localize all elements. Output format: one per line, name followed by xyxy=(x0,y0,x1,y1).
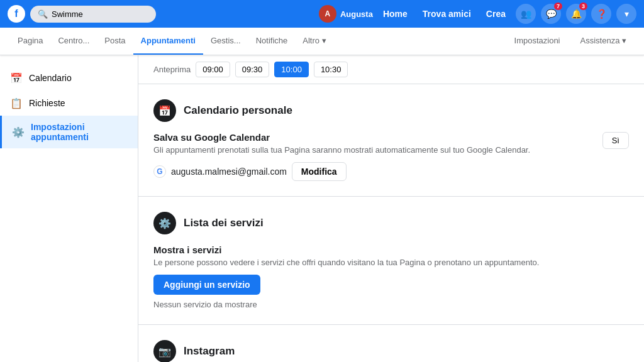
subnav-altro[interactable]: Altro ▾ xyxy=(295,28,333,55)
calendario-title: Calendario personale xyxy=(184,104,292,117)
settings-icon: ⚙️ xyxy=(12,126,25,138)
section-header-calendario: 📅 Calendario personale xyxy=(153,99,629,122)
home-link[interactable]: Home xyxy=(378,6,413,21)
subnav-right: Impostazioni Assistenza ▾ xyxy=(507,36,634,47)
friends-icon: 👥 xyxy=(521,9,531,19)
google-calendar-left: Salva su Google Calendar Gli appuntament… xyxy=(153,132,602,181)
section-header-servizi: ⚙️ Lista dei servizi xyxy=(153,212,629,234)
google-account-email: augusta.malmesi@gmail.com xyxy=(171,167,287,177)
save-google-si-btn[interactable]: Sì xyxy=(602,132,629,149)
top-navigation: f 🔍 A Augusta Home Trova amici Crea 👥 💬 … xyxy=(0,0,644,28)
sidebar-label-calendario: Calendario xyxy=(29,73,72,83)
crea-link[interactable]: Crea xyxy=(481,6,511,21)
sidebar-item-impostazioni[interactable]: ⚙️ Impostazioni appuntamenti xyxy=(0,116,138,148)
avatar: A xyxy=(319,5,336,23)
sub-navigation: Pagina Centro... Posta Appuntamenti Gest… xyxy=(0,28,644,55)
no-service-text: Nessun servizio da mostrare xyxy=(153,300,629,309)
time-btn-1000[interactable]: 10:00 xyxy=(274,62,309,77)
time-btn-1030[interactable]: 10:30 xyxy=(314,62,348,77)
mostra-servizi-desc: Le persone possono vedere i servizi che … xyxy=(153,258,629,267)
chevron-down-icon: ▾ xyxy=(625,9,629,19)
nav-left: f 🔍 xyxy=(8,5,156,23)
subnav-centro[interactable]: Centro... xyxy=(50,28,97,55)
message-icon: 💬 xyxy=(546,9,557,19)
facebook-logo: f xyxy=(8,5,25,23)
sidebar-item-richieste[interactable]: 📋 Richieste xyxy=(0,90,138,116)
main-content: Anteprima 09:00 09:30 10:00 10:30 📅 Cale… xyxy=(138,55,644,362)
bell-icon: 🔔 xyxy=(571,9,582,19)
sidebar-item-calendario[interactable]: 📅 Calendario xyxy=(0,65,138,90)
messages-icon-btn[interactable]: 💬 7 xyxy=(541,4,561,24)
page-layout: 📅 Calendario 📋 Richieste ⚙️ Impostazioni… xyxy=(0,55,644,362)
add-service-btn[interactable]: Aggiungi un servizio xyxy=(153,275,260,295)
modify-google-btn[interactable]: Modifica xyxy=(292,162,347,181)
servizi-section-icon: ⚙️ xyxy=(153,212,176,234)
subnav-appuntamenti[interactable]: Appuntamenti xyxy=(133,28,203,55)
subnav-notifiche[interactable]: Notifiche xyxy=(248,28,296,55)
save-google-desc: Gli appuntamenti prenotati sulla tua Pag… xyxy=(153,145,602,155)
sidebar: 📅 Calendario 📋 Richieste ⚙️ Impostazioni… xyxy=(0,55,138,362)
section-calendario-personale: 📅 Calendario personale Salva su Google C… xyxy=(138,84,644,197)
section-header-instagram: 📷 Instagram xyxy=(153,340,629,362)
sidebar-label-impostazioni: Impostazioni appuntamenti xyxy=(31,122,128,142)
search-icon: 🔍 xyxy=(38,9,48,19)
notifications-icon-btn[interactable]: 🔔 3 xyxy=(566,4,586,24)
notifications-badge: 3 xyxy=(579,3,587,10)
friends-icon-btn[interactable]: 👥 xyxy=(516,4,536,24)
calendario-section-icon: 📅 xyxy=(153,99,176,122)
instagram-section-icon: 📷 xyxy=(153,340,176,362)
trova-amici-link[interactable]: Trova amici xyxy=(418,6,476,21)
messages-badge: 7 xyxy=(554,3,562,10)
search-input[interactable] xyxy=(52,9,133,19)
google-account-row: G augusta.malmesi@gmail.com Modifica xyxy=(153,162,602,181)
google-logo: G xyxy=(153,165,166,178)
help-icon-btn[interactable]: ❓ xyxy=(591,4,611,24)
servizi-glyph: ⚙️ xyxy=(158,217,171,229)
save-google-title: Salva su Google Calendar xyxy=(153,132,602,143)
nav-right: A Augusta Home Trova amici Crea 👥 💬 7 🔔 … xyxy=(319,4,636,24)
calendar-section-glyph: 📅 xyxy=(158,105,171,117)
instagram-glyph: 📷 xyxy=(158,346,171,358)
subnav-posta[interactable]: Posta xyxy=(97,28,133,55)
preview-label: Anteprima xyxy=(153,65,191,74)
time-btn-0930[interactable]: 09:30 xyxy=(235,62,270,77)
google-calendar-row: Salva su Google Calendar Gli appuntament… xyxy=(153,132,629,181)
mostra-servizi-title: Mostra i servizi xyxy=(153,244,629,255)
requests-icon: 📋 xyxy=(10,97,23,109)
section-lista-servizi: ⚙️ Lista dei servizi Mostra i servizi Le… xyxy=(138,197,644,325)
subnav-impostazioni[interactable]: Impostazioni xyxy=(507,36,568,47)
section-instagram: 📷 Instagram Book Button on Instagram Man… xyxy=(138,325,644,362)
help-icon: ❓ xyxy=(596,9,607,19)
sidebar-label-richieste: Richieste xyxy=(29,98,65,108)
subnav-left: Pagina Centro... Posta Appuntamenti Gest… xyxy=(10,28,334,55)
instagram-title: Instagram xyxy=(184,345,235,358)
subnav-assistenza[interactable]: Assistenza ▾ xyxy=(573,36,634,47)
calendar-icon: 📅 xyxy=(10,72,23,84)
subnav-gestis[interactable]: Gestis... xyxy=(203,28,248,55)
account-menu-btn[interactable]: ▾ xyxy=(616,4,636,24)
servizi-title: Lista dei servizi xyxy=(184,217,264,229)
user-profile[interactable]: A Augusta xyxy=(319,5,373,23)
google-calendar-actions: Sì xyxy=(602,132,629,149)
user-name: Augusta xyxy=(340,9,373,19)
time-btn-0900[interactable]: 09:00 xyxy=(196,62,230,77)
subnav-pagina[interactable]: Pagina xyxy=(10,28,50,55)
preview-bar: Anteprima 09:00 09:30 10:00 10:30 xyxy=(138,55,644,84)
search-box: 🔍 xyxy=(30,6,156,23)
